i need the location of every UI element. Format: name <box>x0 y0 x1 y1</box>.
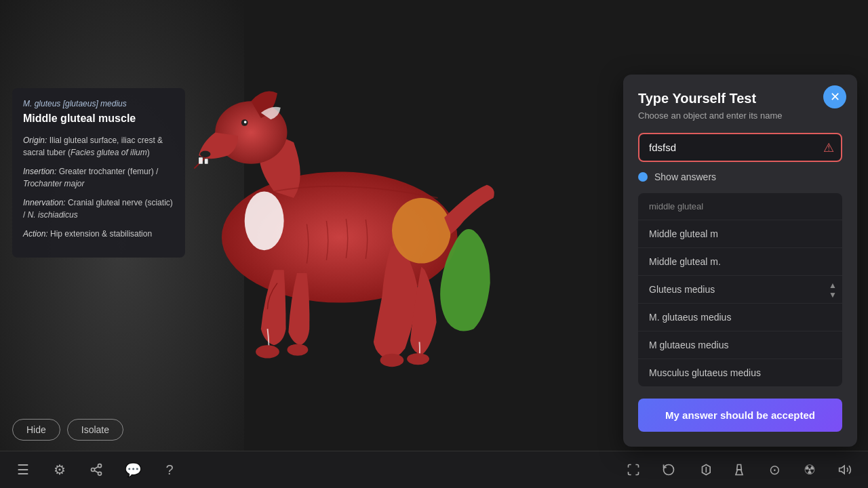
flask-icon[interactable] <box>728 459 750 481</box>
svg-point-7 <box>287 344 308 355</box>
show-answers-row[interactable]: Show answers <box>638 171 842 182</box>
answer-item-4[interactable]: M. glutaeus medius <box>638 304 842 331</box>
chat-icon[interactable]: 💬 <box>122 459 144 481</box>
common-name: Middle gluteal muscle <box>23 113 174 125</box>
svg-point-10 <box>245 191 284 250</box>
origin-row: Origin: Ilial gluteal surface, iliac cre… <box>23 134 174 159</box>
svg-point-3 <box>244 121 247 123</box>
settings-icon[interactable]: ⚙ <box>49 459 71 481</box>
help-icon[interactable]: ? <box>159 459 180 481</box>
reset-icon[interactable] <box>658 459 679 481</box>
bottom-toolbar: ☰ ⚙ 💬 ? <box>0 451 868 488</box>
svg-point-4 <box>200 151 210 158</box>
toggle-indicator <box>638 172 648 182</box>
answers-dropdown: middle gluteal Middle gluteal m Middle g… <box>638 193 842 386</box>
svg-point-15 <box>98 472 102 475</box>
dog-illustration <box>122 47 583 427</box>
search-container: ⚠ <box>638 133 842 162</box>
svg-point-14 <box>92 468 95 472</box>
innervation-label: Innervation: <box>23 198 66 207</box>
svg-line-16 <box>94 470 98 472</box>
sound-icon[interactable] <box>834 459 856 481</box>
menu-icon[interactable]: ☰ <box>12 459 34 481</box>
action-row: Action: Hip extension & stabilisation <box>23 228 174 240</box>
answer-item-2[interactable]: Middle gluteal m. <box>638 248 842 276</box>
answer-item-3[interactable]: Gluteus medius <box>638 276 842 304</box>
svg-point-9 <box>407 353 429 365</box>
target-icon[interactable]: ⊙ <box>764 459 785 481</box>
share-icon[interactable] <box>85 459 107 481</box>
svg-line-17 <box>94 466 98 468</box>
close-button[interactable]: ✕ <box>823 85 846 108</box>
answer-item-5[interactable]: M glutaeus medius <box>638 331 842 359</box>
action-buttons: Hide Isolate <box>12 419 123 441</box>
action-text: Hip extension & stabilisation <box>50 229 152 239</box>
answer-item-6[interactable]: Musculus glutaeus medius <box>638 359 842 386</box>
toolbar-left: ☰ ⚙ 💬 ? <box>12 459 180 481</box>
isolate-button[interactable]: Isolate <box>67 419 123 441</box>
svg-point-5 <box>392 198 451 264</box>
innervation-row: Innervation: Cranial gluteal nerve (scia… <box>23 197 174 221</box>
warning-icon: ⚠ <box>823 140 834 155</box>
insertion-label: Insertion: <box>23 167 56 176</box>
answer-item-1[interactable]: Middle gluteal m <box>638 220 842 248</box>
panel-title: Type Yourself Test <box>638 91 842 106</box>
svg-point-8 <box>380 354 404 367</box>
svg-rect-11 <box>199 157 203 164</box>
svg-point-6 <box>256 345 279 358</box>
origin-label: Origin: <box>23 136 47 145</box>
toolbar-right: ⊙ ☢ <box>623 459 856 481</box>
answers-dropdown-wrapper: middle gluteal Middle gluteal m Middle g… <box>638 193 842 386</box>
svg-point-13 <box>98 464 102 468</box>
camera-icon[interactable] <box>693 459 715 481</box>
insertion-row: Insertion: Greater trochanter (femur) / … <box>23 165 174 190</box>
action-label: Action: <box>23 229 48 239</box>
radiation-icon[interactable]: ☢ <box>799 459 821 481</box>
hide-button[interactable]: Hide <box>12 419 60 441</box>
latin-name: M. gluteus [glutaeus] medius <box>23 99 174 108</box>
right-panel: ✕ Type Yourself Test Choose an object an… <box>623 75 857 447</box>
answer-item-0[interactable]: middle gluteal <box>638 193 842 220</box>
fullscreen-icon[interactable] <box>623 459 644 481</box>
panel-subtitle: Choose an object and enter its name <box>638 110 842 121</box>
info-panel: M. gluteus [glutaeus] medius Middle glut… <box>12 88 185 258</box>
answer-input[interactable] <box>638 133 842 162</box>
my-answer-button[interactable]: My answer should be accepted <box>638 399 842 432</box>
show-answers-label: Show answers <box>654 171 716 182</box>
svg-rect-12 <box>205 159 208 164</box>
